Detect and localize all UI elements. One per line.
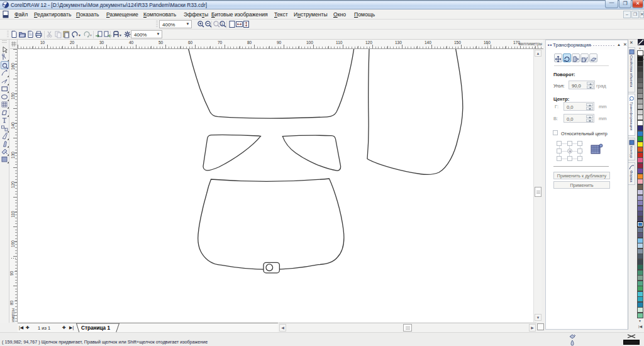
svg-text:1: 1 [221, 22, 224, 26]
